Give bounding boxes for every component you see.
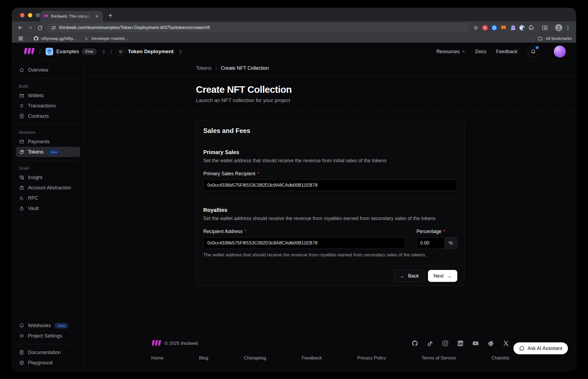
back-button-form[interactable]: ← Back xyxy=(394,270,424,282)
percentage-input[interactable] xyxy=(417,238,445,249)
url-text[interactable]: thirdweb.com/team/examples/Token-Deploym… xyxy=(59,25,210,30)
extensions-puzzle-icon[interactable] xyxy=(527,23,535,32)
close-window-button[interactable] xyxy=(20,13,24,17)
folder-icon xyxy=(538,36,543,41)
primary-sales-recipient-input[interactable] xyxy=(203,180,457,191)
sidebar-item-account-abstraction[interactable]: Account Abstraction xyxy=(16,183,80,193)
linkedin-icon[interactable] xyxy=(457,340,464,347)
zoom-window-button[interactable] xyxy=(36,13,40,17)
new-tab-button[interactable]: + xyxy=(108,12,113,19)
sidebar-item-transactions[interactable]: Transactions xyxy=(16,101,80,111)
sidebar-item-wallets[interactable]: Wallets xyxy=(16,90,80,101)
extension-red-icon[interactable] xyxy=(481,23,489,32)
next-button[interactable]: Next → xyxy=(428,270,457,282)
sidebar-item-rpc[interactable]: RPC xyxy=(16,193,80,203)
new-badge: New xyxy=(47,149,61,155)
sidebar-item-insight[interactable]: Insight xyxy=(16,172,80,183)
sidebar-item-overview[interactable]: Overview xyxy=(16,65,80,75)
copyright: © 2025 thirdweb xyxy=(165,341,198,346)
resources-menu[interactable]: Resources xyxy=(436,49,465,55)
notifications-button[interactable] xyxy=(527,46,539,58)
sidebar-item-playground[interactable]: Playground xyxy=(16,358,80,368)
thirdweb-favicon xyxy=(44,14,48,18)
thirdweb-logo[interactable] xyxy=(23,48,35,55)
project-switcher[interactable]: Token Deployment xyxy=(117,47,183,56)
youtube-icon[interactable] xyxy=(472,340,479,347)
all-bookmarks-button[interactable]: All Bookmarks xyxy=(546,36,572,41)
docs-link[interactable]: Docs xyxy=(475,49,486,55)
footer-link-privacy-policy[interactable]: Privacy Policy xyxy=(357,355,386,361)
reload-button[interactable] xyxy=(35,23,44,32)
user-avatar[interactable] xyxy=(554,46,566,58)
tab-title: thirdweb: The complete web3 xyxy=(51,14,92,19)
sidebar: Overview Build Wallets Transactions Cont… xyxy=(12,61,84,371)
royalty-recipient-input[interactable] xyxy=(203,237,405,249)
ask-ai-assistant-button[interactable]: Ask AI Assistant xyxy=(513,342,568,354)
github-icon[interactable] xyxy=(411,340,418,347)
session-timer-icon[interactable] xyxy=(517,23,526,32)
browser-tab[interactable]: thirdweb: The complete web3 × xyxy=(40,11,103,21)
browser-menu-icon[interactable] xyxy=(564,23,572,32)
profile-avatar[interactable] xyxy=(554,23,563,32)
site-settings-icon[interactable] xyxy=(51,25,56,30)
content-area: Sales and Fees Primary Sales Set the wal… xyxy=(84,112,576,330)
bookmark-star-icon[interactable] xyxy=(471,23,480,32)
sidebar-item-project-settings[interactable]: Project Settings xyxy=(16,331,80,341)
tiktok-icon[interactable] xyxy=(427,340,433,347)
metamask-icon[interactable] xyxy=(499,23,508,32)
team-switcher[interactable]: Examples Free xyxy=(45,47,106,56)
insight-icon xyxy=(19,175,24,180)
bookmark-developer-marketing[interactable]: Developer marketi... xyxy=(84,36,128,41)
thirdweb-footer-logo xyxy=(151,340,161,347)
bookmark-label: niftyswap.gg/Nifty... xyxy=(41,36,76,41)
phantom-icon[interactable] xyxy=(508,23,517,32)
sidebar-label: Insight xyxy=(28,175,42,180)
sidebar-item-webhooks[interactable]: Webhooks New xyxy=(16,320,80,331)
sidebar-item-contracts[interactable]: Contracts xyxy=(16,111,80,121)
apps-grid-icon[interactable] xyxy=(16,34,25,43)
tab-close-button[interactable]: × xyxy=(94,13,100,19)
instagram-icon[interactable] xyxy=(442,340,449,347)
recipient-address-label: Recipient Address xyxy=(203,229,243,234)
x-icon[interactable] xyxy=(503,340,509,347)
toolbar-divider xyxy=(538,25,538,30)
toolbar-divider xyxy=(552,25,552,30)
footer-link-terms-of-service[interactable]: Terms of Service xyxy=(422,355,456,361)
credit-card-icon xyxy=(19,139,24,144)
footer-link-blog[interactable]: Blog xyxy=(199,355,208,361)
primary-sales-description: Set the wallet address that should recei… xyxy=(203,158,457,164)
card-footer: ← Back Next → xyxy=(196,266,464,286)
webhook-bell-icon xyxy=(19,323,24,328)
main-area: Tokens › Create NFT Collection Create NF… xyxy=(84,61,576,371)
url-bar[interactable]: thirdweb.com/team/examples/Token-Deploym… xyxy=(47,23,469,32)
minimize-window-button[interactable] xyxy=(28,13,32,17)
footer-link-feedback[interactable]: Feedback xyxy=(302,355,322,361)
plan-badge: Free xyxy=(82,48,97,55)
moon-favicon xyxy=(84,36,89,41)
sidebar-divider xyxy=(17,78,79,78)
reddit-icon[interactable] xyxy=(487,340,494,347)
footer-link-changelog[interactable]: Changelog xyxy=(244,355,266,361)
back-button[interactable] xyxy=(16,23,25,32)
page-title-block: Create NFT Collection Launch an NFT coll… xyxy=(84,76,576,112)
bell-icon xyxy=(531,49,536,54)
sidebar-item-tokens[interactable]: Tokens New xyxy=(16,147,80,157)
page-subtitle: Launch an NFT collection for your projec… xyxy=(196,97,465,103)
sidebar-item-payments[interactable]: Payments xyxy=(16,136,80,147)
sidebar-item-documentation[interactable]: Documentation xyxy=(16,347,80,358)
sidebar-label: Transactions xyxy=(28,103,56,109)
arrow-right-icon: → xyxy=(447,273,452,279)
sidebar-item-vault[interactable]: Vault xyxy=(16,203,80,214)
sidebar-label: Wallets xyxy=(28,93,44,98)
sidebar-label: Account Abstraction xyxy=(28,185,71,191)
footer-link-chainlist[interactable]: Chainlist xyxy=(491,355,509,361)
sidebar-label: Webhooks xyxy=(28,323,51,329)
extension-blue-icon[interactable] xyxy=(490,23,498,32)
bookmark-niftyswap[interactable]: niftyswap.gg/Nifty... xyxy=(33,36,76,41)
tab-search-icon[interactable] xyxy=(541,23,549,32)
footer-link-home[interactable]: Home xyxy=(151,355,164,361)
feedback-link[interactable]: Feedback xyxy=(496,49,517,55)
primary-sales-section: Primary Sales Set the wallet address tha… xyxy=(203,142,457,199)
breadcrumb-tokens[interactable]: Tokens xyxy=(196,65,212,71)
forward-button[interactable] xyxy=(25,23,35,32)
